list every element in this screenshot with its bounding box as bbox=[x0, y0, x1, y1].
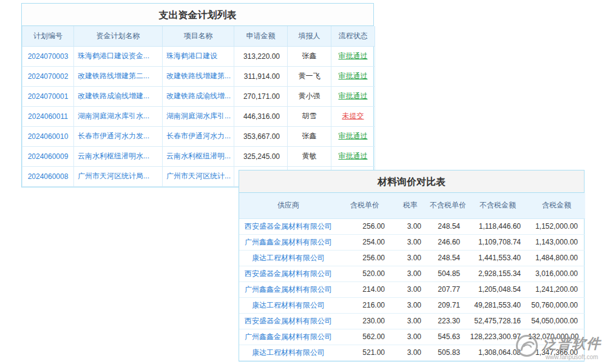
tax-incl-price-cell: 256.00 bbox=[337, 218, 392, 234]
expenditure-plan-panel: 支出资金计划列表 计划编号资金计划名称项目名称申请金额填报人流程状态 20240… bbox=[21, 3, 374, 187]
tax-excl-price-cell: 504.85 bbox=[429, 266, 467, 281]
plan-id-link[interactable]: 2024070002 bbox=[22, 66, 74, 86]
tax-excl-price-cell: 209.71 bbox=[429, 297, 467, 313]
tax-rate-cell: 3.00 bbox=[392, 266, 429, 281]
watermark-text: 泛普软件 www.fanpusoft.com bbox=[543, 334, 601, 360]
column-header: 含税单价 bbox=[337, 193, 392, 218]
project-name-link[interactable]: 云南水利枢纽潜明... bbox=[163, 146, 234, 166]
process-status-link[interactable]: 审批通过 bbox=[331, 86, 375, 106]
filler-name-cell: 黄敏 bbox=[288, 146, 331, 166]
column-header: 项目名称 bbox=[163, 26, 234, 46]
column-header: 申请金额 bbox=[234, 26, 288, 46]
fund-plan-name-link[interactable]: 云南水利枢纽潜明水... bbox=[74, 146, 163, 166]
column-header: 含税金额 bbox=[528, 193, 585, 218]
tax-excl-price-cell: 545.63 bbox=[429, 329, 467, 345]
tax-incl-price-cell: 520.00 bbox=[337, 266, 392, 281]
material-inquiry-title: 材料询价对比表 bbox=[239, 170, 584, 193]
tax-incl-amount-cell: 54,050,000.00 bbox=[528, 313, 585, 329]
watermark-brand: 泛普软件 bbox=[543, 334, 601, 353]
tax-incl-amount-cell: 1,152,000.00 bbox=[528, 218, 585, 234]
tax-excl-price-cell: 505.83 bbox=[429, 345, 467, 360]
fund-plan-name-link[interactable]: 湖南洞庭湖水库引水... bbox=[74, 106, 163, 126]
expenditure-plan-table: 计划编号资金计划名称项目名称申请金额填报人流程状态 2024070003珠海鹤港… bbox=[22, 26, 375, 187]
tax-incl-price-cell: 256.00 bbox=[337, 250, 392, 266]
watermark: 泛普软件 www.fanpusoft.com bbox=[515, 334, 601, 360]
plan-id-link[interactable]: 2024070003 bbox=[22, 46, 74, 66]
project-name-link[interactable]: 广州市天河区统计... bbox=[163, 166, 234, 186]
table-row: 2024070003珠海鹤港口建设资金...珠海鹤港口建设313,220.00张… bbox=[22, 46, 375, 66]
tax-excl-price-cell: 223.30 bbox=[429, 313, 467, 329]
plan-id-link[interactable]: 2024060011 bbox=[22, 106, 74, 126]
filler-name-cell: 胡雪 bbox=[288, 106, 331, 126]
tax-rate-cell: 3.00 bbox=[392, 250, 429, 266]
table-row: 广州鑫鑫金属材料有限公司214.003.00207.771,205,048.54… bbox=[239, 281, 585, 297]
tax-incl-price-cell: 521.00 bbox=[337, 345, 392, 360]
process-status-link[interactable]: 审批通过 bbox=[331, 126, 375, 146]
column-header: 计划编号 bbox=[22, 26, 74, 46]
project-name-link[interactable]: 改建铁路线增建第... bbox=[163, 66, 234, 86]
column-header: 资金计划名称 bbox=[74, 26, 163, 46]
fund-plan-name-link[interactable]: 改建铁路成渝线增建... bbox=[74, 86, 163, 106]
supplier-name-link[interactable]: 广州鑫鑫金属材料有限公司 bbox=[239, 234, 337, 250]
supplier-name-link[interactable]: 康达工程材料有限公司 bbox=[239, 345, 337, 360]
tax-incl-amount-cell: 3,016,000.00 bbox=[528, 266, 585, 281]
process-status-link[interactable]: 未提交 bbox=[331, 106, 375, 126]
filler-name-cell: 张鑫 bbox=[288, 126, 331, 146]
tax-excl-amount-cell: 52,475,728.16 bbox=[467, 313, 528, 329]
process-status-link[interactable]: 审批通过 bbox=[331, 146, 375, 166]
tax-incl-price-cell: 254.00 bbox=[337, 234, 392, 250]
tax-excl-amount-cell: 1,109,708.74 bbox=[467, 234, 528, 250]
table-row: 2024060009云南水利枢纽潜明水...云南水利枢纽潜明...325,245… bbox=[22, 146, 375, 166]
table-row: 2024070002改建铁路线增建第二...改建铁路线增建第...311,914… bbox=[22, 66, 375, 86]
process-status-link[interactable]: 审批通过 bbox=[331, 66, 375, 86]
supplier-name-link[interactable]: 康达工程材料有限公司 bbox=[239, 250, 337, 266]
apply-amount-cell: 353,667.00 bbox=[234, 126, 288, 146]
watermark-url: www.fanpusoft.com bbox=[543, 354, 601, 360]
project-name-link[interactable]: 长春市伊通河水力... bbox=[163, 126, 234, 146]
plan-id-link[interactable]: 2024060008 bbox=[22, 166, 74, 186]
supplier-name-link[interactable]: 康达工程材料有限公司 bbox=[239, 297, 337, 313]
tax-rate-cell: 3.00 bbox=[392, 345, 429, 360]
tax-incl-amount-cell: 1,484,800.00 bbox=[528, 250, 585, 266]
plan-id-link[interactable]: 2024060009 bbox=[22, 146, 74, 166]
material-inquiry-header-row: 供应商含税单价税率不含税单价不含税金额含税金额 bbox=[239, 193, 585, 218]
project-name-link[interactable]: 改建铁路成渝线增... bbox=[163, 86, 234, 106]
column-header: 不含税单价 bbox=[429, 193, 467, 218]
fund-plan-name-link[interactable]: 珠海鹤港口建设资金... bbox=[74, 46, 163, 66]
expenditure-plan-title: 支出资金计划列表 bbox=[22, 4, 373, 26]
fund-plan-name-link[interactable]: 改建铁路线增建第二... bbox=[74, 66, 163, 86]
column-header: 不含税金额 bbox=[467, 193, 528, 218]
tax-excl-amount-cell: 1,205,048.54 bbox=[467, 281, 528, 297]
tax-incl-price-cell: 562.00 bbox=[337, 329, 392, 345]
table-row: 2024060011湖南洞庭湖水库引水...湖南洞庭湖水库引...446,316… bbox=[22, 106, 375, 126]
process-status-link[interactable]: 审批通过 bbox=[331, 46, 375, 66]
tax-rate-cell: 3.00 bbox=[392, 281, 429, 297]
supplier-name-link[interactable]: 西安盛器金属材料有限公司 bbox=[239, 218, 337, 234]
tax-rate-cell: 3.00 bbox=[392, 329, 429, 345]
supplier-name-link[interactable]: 广州鑫鑫金属材料有限公司 bbox=[239, 281, 337, 297]
column-header: 流程状态 bbox=[331, 26, 375, 46]
tax-excl-price-cell: 207.77 bbox=[429, 281, 467, 297]
project-name-link[interactable]: 湖南洞庭湖水库引... bbox=[163, 106, 234, 126]
plan-id-link[interactable]: 2024060010 bbox=[22, 126, 74, 146]
table-row: 西安盛器金属材料有限公司230.003.00223.3052,475,728.1… bbox=[239, 313, 585, 329]
page: 支出资金计划列表 计划编号资金计划名称项目名称申请金额填报人流程状态 20240… bbox=[0, 0, 607, 364]
filler-name-cell: 黄小强 bbox=[288, 86, 331, 106]
table-row: 广州鑫鑫金属材料有限公司254.003.00246.601,109,708.74… bbox=[239, 234, 585, 250]
table-row: 2024060010长春市伊通河水力发...长春市伊通河水力...353,667… bbox=[22, 126, 375, 146]
plan-id-link[interactable]: 2024070001 bbox=[22, 86, 74, 106]
project-name-link[interactable]: 珠海鹤港口建设 bbox=[163, 46, 234, 66]
supplier-name-link[interactable]: 西安盛器金属材料有限公司 bbox=[239, 266, 337, 281]
apply-amount-cell: 313,220.00 bbox=[234, 46, 288, 66]
apply-amount-cell: 446,316.00 bbox=[234, 106, 288, 126]
fund-plan-name-link[interactable]: 广州市天河区统计局... bbox=[74, 166, 163, 186]
fund-plan-name-link[interactable]: 长春市伊通河水力发... bbox=[74, 126, 163, 146]
tax-excl-price-cell: 248.54 bbox=[429, 250, 467, 266]
table-row: 西安盛器金属材料有限公司256.003.00248.541,118,446.60… bbox=[239, 218, 585, 234]
apply-amount-cell: 270,171.00 bbox=[234, 86, 288, 106]
table-row: 康达工程材料有限公司216.003.00209.7149,281,553.405… bbox=[239, 297, 585, 313]
tax-incl-price-cell: 230.00 bbox=[337, 313, 392, 329]
supplier-name-link[interactable]: 西安盛器金属材料有限公司 bbox=[239, 313, 337, 329]
supplier-name-link[interactable]: 广州鑫鑫金属材料有限公司 bbox=[239, 329, 337, 345]
table-row: 西安盛器金属材料有限公司520.003.00504.852,928,155.34… bbox=[239, 266, 585, 281]
